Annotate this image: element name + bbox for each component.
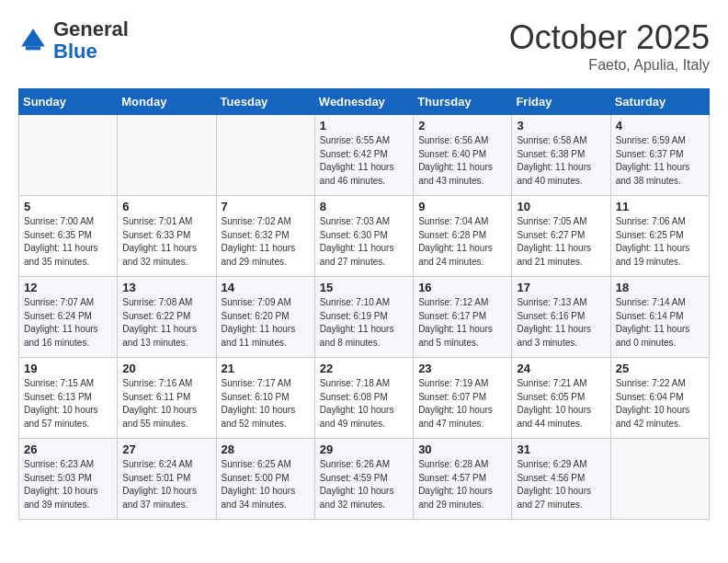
day-info: Sunrise: 7:06 AM Sunset: 6:25 PM Dayligh… bbox=[616, 215, 704, 269]
calendar-cell: 18Sunrise: 7:14 AM Sunset: 6:14 PM Dayli… bbox=[610, 277, 709, 358]
day-number: 9 bbox=[418, 200, 506, 213]
calendar-cell: 27Sunrise: 6:24 AM Sunset: 5:01 PM Dayli… bbox=[118, 439, 216, 520]
weekday-header: Tuesday bbox=[216, 89, 314, 115]
day-info: Sunrise: 7:22 AM Sunset: 6:04 PM Dayligh… bbox=[616, 377, 704, 431]
calendar-cell: 22Sunrise: 7:18 AM Sunset: 6:08 PM Dayli… bbox=[314, 358, 413, 439]
calendar-cell bbox=[118, 115, 216, 196]
calendar-cell: 14Sunrise: 7:09 AM Sunset: 6:20 PM Dayli… bbox=[216, 277, 314, 358]
calendar-cell: 2Sunrise: 6:56 AM Sunset: 6:40 PM Daylig… bbox=[414, 115, 512, 196]
day-number: 20 bbox=[122, 362, 210, 375]
calendar-cell: 19Sunrise: 7:15 AM Sunset: 6:13 PM Dayli… bbox=[19, 358, 118, 439]
day-info: Sunrise: 7:01 AM Sunset: 6:33 PM Dayligh… bbox=[122, 215, 210, 269]
day-info: Sunrise: 6:58 AM Sunset: 6:38 PM Dayligh… bbox=[517, 134, 605, 188]
day-info: Sunrise: 6:56 AM Sunset: 6:40 PM Dayligh… bbox=[418, 134, 506, 188]
calendar-cell: 4Sunrise: 6:59 AM Sunset: 6:37 PM Daylig… bbox=[610, 115, 709, 196]
day-info: Sunrise: 7:10 AM Sunset: 6:19 PM Dayligh… bbox=[320, 296, 408, 350]
calendar-cell: 21Sunrise: 7:17 AM Sunset: 6:10 PM Dayli… bbox=[216, 358, 314, 439]
calendar-cell: 7Sunrise: 7:02 AM Sunset: 6:32 PM Daylig… bbox=[216, 196, 314, 277]
day-info: Sunrise: 7:17 AM Sunset: 6:10 PM Dayligh… bbox=[222, 377, 310, 431]
calendar-cell: 30Sunrise: 6:28 AM Sunset: 4:57 PM Dayli… bbox=[414, 439, 512, 520]
day-number: 16 bbox=[418, 281, 506, 294]
day-number: 14 bbox=[222, 281, 310, 294]
day-number: 5 bbox=[24, 200, 112, 213]
calendar-table: SundayMondayTuesdayWednesdayThursdayFrid… bbox=[18, 88, 710, 520]
day-info: Sunrise: 6:29 AM Sunset: 4:56 PM Dayligh… bbox=[517, 458, 605, 511]
calendar-cell: 29Sunrise: 6:26 AM Sunset: 4:59 PM Dayli… bbox=[314, 439, 413, 520]
day-info: Sunrise: 7:13 AM Sunset: 6:16 PM Dayligh… bbox=[517, 296, 605, 350]
day-info: Sunrise: 7:00 AM Sunset: 6:35 PM Dayligh… bbox=[24, 215, 112, 269]
day-number: 17 bbox=[517, 281, 605, 294]
day-info: Sunrise: 6:55 AM Sunset: 6:42 PM Dayligh… bbox=[320, 134, 408, 188]
calendar-cell: 12Sunrise: 7:07 AM Sunset: 6:24 PM Dayli… bbox=[19, 277, 118, 358]
day-info: Sunrise: 6:23 AM Sunset: 5:03 PM Dayligh… bbox=[24, 458, 112, 511]
calendar-cell: 5Sunrise: 7:00 AM Sunset: 6:35 PM Daylig… bbox=[19, 196, 118, 277]
calendar-cell: 1Sunrise: 6:55 AM Sunset: 6:42 PM Daylig… bbox=[314, 115, 413, 196]
day-info: Sunrise: 7:07 AM Sunset: 6:24 PM Dayligh… bbox=[24, 296, 112, 350]
day-info: Sunrise: 7:05 AM Sunset: 6:27 PM Dayligh… bbox=[517, 215, 605, 269]
day-number: 21 bbox=[222, 362, 310, 375]
calendar-cell: 31Sunrise: 6:29 AM Sunset: 4:56 PM Dayli… bbox=[512, 439, 610, 520]
calendar-cell: 6Sunrise: 7:01 AM Sunset: 6:33 PM Daylig… bbox=[118, 196, 216, 277]
day-number: 11 bbox=[616, 200, 704, 213]
svg-marker-0 bbox=[21, 29, 45, 46]
day-info: Sunrise: 6:28 AM Sunset: 4:57 PM Dayligh… bbox=[418, 458, 506, 511]
day-info: Sunrise: 7:15 AM Sunset: 6:13 PM Dayligh… bbox=[24, 377, 112, 431]
calendar-cell: 20Sunrise: 7:16 AM Sunset: 6:11 PM Dayli… bbox=[118, 358, 216, 439]
calendar-cell: 3Sunrise: 6:58 AM Sunset: 6:38 PM Daylig… bbox=[512, 115, 610, 196]
day-number: 19 bbox=[24, 362, 112, 375]
day-number: 1 bbox=[320, 119, 408, 132]
logo-text: General Blue bbox=[53, 18, 129, 63]
logo-blue: Blue bbox=[53, 40, 97, 63]
weekday-header: Thursday bbox=[414, 89, 512, 115]
calendar-cell: 26Sunrise: 6:23 AM Sunset: 5:03 PM Dayli… bbox=[19, 439, 118, 520]
calendar-cell: 25Sunrise: 7:22 AM Sunset: 6:04 PM Dayli… bbox=[610, 358, 709, 439]
day-info: Sunrise: 6:59 AM Sunset: 6:37 PM Dayligh… bbox=[616, 134, 704, 188]
weekday-header: Saturday bbox=[610, 89, 709, 115]
day-info: Sunrise: 7:02 AM Sunset: 6:32 PM Dayligh… bbox=[222, 215, 310, 269]
calendar-cell bbox=[19, 115, 118, 196]
calendar-cell: 28Sunrise: 6:25 AM Sunset: 5:00 PM Dayli… bbox=[216, 439, 314, 520]
day-number: 3 bbox=[517, 119, 605, 132]
calendar-week-row: 12Sunrise: 7:07 AM Sunset: 6:24 PM Dayli… bbox=[19, 277, 710, 358]
weekday-header: Sunday bbox=[19, 89, 118, 115]
calendar-cell: 16Sunrise: 7:12 AM Sunset: 6:17 PM Dayli… bbox=[414, 277, 512, 358]
calendar-cell: 13Sunrise: 7:08 AM Sunset: 6:22 PM Dayli… bbox=[118, 277, 216, 358]
day-info: Sunrise: 6:26 AM Sunset: 4:59 PM Dayligh… bbox=[320, 458, 408, 511]
calendar-cell: 17Sunrise: 7:13 AM Sunset: 6:16 PM Dayli… bbox=[512, 277, 610, 358]
day-number: 31 bbox=[517, 442, 605, 456]
day-number: 10 bbox=[517, 200, 605, 213]
weekday-header: Friday bbox=[512, 89, 610, 115]
day-number: 28 bbox=[222, 442, 310, 456]
day-info: Sunrise: 6:24 AM Sunset: 5:01 PM Dayligh… bbox=[122, 458, 210, 511]
calendar-week-row: 26Sunrise: 6:23 AM Sunset: 5:03 PM Dayli… bbox=[19, 439, 710, 520]
title-block: October 2025 Faeto, Apulia, Italy bbox=[509, 18, 710, 74]
calendar-cell: 23Sunrise: 7:19 AM Sunset: 6:07 PM Dayli… bbox=[414, 358, 512, 439]
logo-icon bbox=[18, 26, 48, 55]
calendar-cell: 15Sunrise: 7:10 AM Sunset: 6:19 PM Dayli… bbox=[314, 277, 413, 358]
day-number: 24 bbox=[517, 362, 605, 375]
day-number: 4 bbox=[616, 119, 704, 132]
day-info: Sunrise: 7:16 AM Sunset: 6:11 PM Dayligh… bbox=[122, 377, 210, 431]
calendar-cell bbox=[216, 115, 314, 196]
weekday-header: Monday bbox=[118, 89, 216, 115]
day-info: Sunrise: 7:12 AM Sunset: 6:17 PM Dayligh… bbox=[418, 296, 506, 350]
day-number: 29 bbox=[320, 442, 408, 456]
day-number: 23 bbox=[418, 362, 506, 375]
day-info: Sunrise: 7:03 AM Sunset: 6:30 PM Dayligh… bbox=[320, 215, 408, 269]
calendar-cell: 11Sunrise: 7:06 AM Sunset: 6:25 PM Dayli… bbox=[610, 196, 709, 277]
day-number: 8 bbox=[320, 200, 408, 213]
day-info: Sunrise: 7:14 AM Sunset: 6:14 PM Dayligh… bbox=[616, 296, 704, 350]
day-number: 6 bbox=[122, 200, 210, 213]
day-info: Sunrise: 6:25 AM Sunset: 5:00 PM Dayligh… bbox=[222, 458, 310, 511]
calendar-cell: 10Sunrise: 7:05 AM Sunset: 6:27 PM Dayli… bbox=[512, 196, 610, 277]
svg-rect-1 bbox=[26, 47, 40, 51]
calendar-cell bbox=[610, 439, 709, 520]
weekday-header-row: SundayMondayTuesdayWednesdayThursdayFrid… bbox=[19, 89, 710, 115]
calendar-week-row: 1Sunrise: 6:55 AM Sunset: 6:42 PM Daylig… bbox=[19, 115, 710, 196]
day-info: Sunrise: 7:09 AM Sunset: 6:20 PM Dayligh… bbox=[222, 296, 310, 350]
location-subtitle: Faeto, Apulia, Italy bbox=[509, 57, 710, 74]
day-info: Sunrise: 7:18 AM Sunset: 6:08 PM Dayligh… bbox=[320, 377, 408, 431]
calendar-cell: 8Sunrise: 7:03 AM Sunset: 6:30 PM Daylig… bbox=[314, 196, 413, 277]
day-info: Sunrise: 7:21 AM Sunset: 6:05 PM Dayligh… bbox=[517, 377, 605, 431]
logo-general: General bbox=[53, 17, 129, 40]
